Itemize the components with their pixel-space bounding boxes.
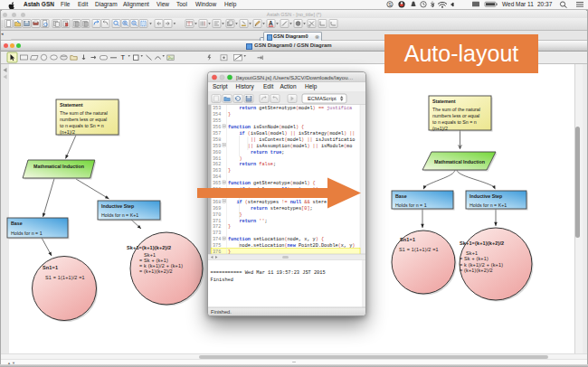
- svg-text:Sk+1: Sk+1: [466, 250, 478, 256]
- svg-text:setLocation: setLocation: [253, 237, 284, 242]
- svg-text:361: 361: [213, 156, 221, 162]
- svg-text:new: new: [288, 243, 297, 249]
- svg-text:{: {: [321, 237, 324, 242]
- svg-text:The sum of the natural: The sum of the natural: [432, 107, 480, 112]
- svg-text:History: History: [236, 83, 255, 90]
- svg-text:ECMAScript: ECMAScript: [308, 96, 337, 101]
- svg-text:Mathmatical Induction: Mathmatical Induction: [33, 164, 84, 169]
- svg-text:if: if: [240, 131, 245, 136]
- svg-text:justifica: justifica: [327, 106, 352, 111]
- svg-text:node: node: [288, 237, 299, 242]
- svg-text:isContext: isContext: [259, 137, 284, 143]
- svg-text:||: ||: [313, 144, 318, 149]
- svg-text:to n equals to Sn = n: to n equals to Sn = n: [432, 119, 477, 125]
- svg-text:model: model: [299, 106, 313, 111]
- svg-text:): ): [284, 131, 287, 136]
- svg-text:The sum of the natural: The sum of the natural: [60, 110, 108, 116]
- svg-text:}: }: [228, 112, 231, 118]
- svg-text:Holds for n = K+1: Holds for n = K+1: [469, 202, 507, 208]
- svg-text:357: 357: [213, 131, 221, 136]
- svg-text:model: model: [293, 144, 308, 149]
- svg-text:isModule: isModule: [321, 144, 344, 149]
- svg-text:;: ;: [273, 162, 276, 167]
- svg-text:S1 = 1(1+1)/2 =1: S1 = 1(1+1)/2 =1: [399, 247, 439, 252]
- svg-text:360: 360: [213, 150, 221, 155]
- svg-text:=========== Wed Mar 11 19:57:2: =========== Wed Mar 11 19:57:23 JST 2015: [211, 270, 326, 276]
- svg-text:getStereotype: getStereotype: [259, 106, 295, 111]
- svg-text:): ): [313, 106, 316, 111]
- svg-text:false: false: [259, 162, 273, 167]
- svg-text:): ): [296, 125, 299, 130]
- svg-text:): ): [316, 237, 318, 242]
- svg-text:373: 373: [213, 231, 221, 236]
- svg-text:Sk+1=(k+1)(k+2)/2: Sk+1=(k+1)(k+2)/2: [127, 245, 171, 250]
- svg-text:358: 358: [213, 137, 221, 143]
- svg-text:[layoutGSN.js] /Users/SJCV/Dow: [layoutGSN.js] /Users/SJCV/Downloads/lay…: [236, 74, 354, 80]
- svg-text:= k (k+1)/2 + (k+1): = k (k+1)/2 + (k+1): [460, 262, 503, 268]
- svg-text:}: }: [228, 224, 231, 230]
- svg-text:Edit: Edit: [263, 83, 273, 89]
- svg-text:,: ,: [344, 243, 346, 249]
- svg-text:Statement: Statement: [432, 99, 456, 104]
- svg-text:Mathmatical Induction: Mathmatical Induction: [434, 159, 485, 165]
- svg-text:362: 362: [213, 162, 221, 167]
- svg-text:T: T: [121, 53, 126, 61]
- svg-text:(n+1)/2: (n+1)/2: [60, 129, 75, 135]
- svg-text:356: 356: [213, 125, 221, 130]
- svg-text:mo: mo: [346, 144, 352, 149]
- svg-text:model: model: [288, 137, 302, 143]
- svg-text:||: ||: [349, 131, 355, 136]
- svg-text:Holds for n = 1: Holds for n = 1: [395, 202, 427, 208]
- svg-text:numbers less or equal: numbers less or equal: [432, 113, 479, 118]
- svg-text:Help: Help: [305, 83, 318, 90]
- svg-text:function: function: [228, 237, 251, 242]
- svg-text:isAssumption: isAssumption: [256, 144, 289, 149]
- svg-text:==: ==: [318, 106, 324, 111]
- svg-text:;: ;: [281, 150, 284, 155]
- svg-text:Point2D: Point2D: [299, 243, 318, 249]
- svg-text:Inductive Step: Inductive Step: [101, 203, 135, 209]
- svg-text:||: ||: [290, 131, 296, 136]
- svg-text:true: true: [270, 150, 281, 155]
- svg-text:return: return: [240, 219, 257, 224]
- svg-text:): ): [240, 156, 242, 162]
- svg-text:354: 354: [213, 112, 221, 118]
- svg-text:353: 353: [213, 106, 221, 111]
- svg-text:= k (k+1)/2 + (k+1): = k (k+1)/2 + (k+1): [139, 263, 183, 268]
- svg-text:function: function: [228, 125, 251, 130]
- svg-text:||: ||: [307, 137, 312, 143]
- svg-text:isJustificatio: isJustificatio: [316, 137, 356, 143]
- svg-text:Statement: Statement: [60, 102, 83, 108]
- svg-text:'': '': [259, 219, 264, 224]
- svg-text:,: ,: [307, 237, 309, 242]
- svg-text:return: return: [240, 162, 257, 167]
- svg-text:model: model: [281, 125, 296, 130]
- svg-text:;: ;: [265, 219, 268, 224]
- svg-text:return: return: [251, 150, 268, 155]
- svg-text:Action: Action: [280, 83, 297, 89]
- svg-text:A: A: [269, 20, 273, 26]
- svg-text:): ): [301, 137, 304, 143]
- svg-text:Finished.: Finished.: [211, 309, 232, 315]
- svg-text:): ): [307, 144, 309, 149]
- svg-text:): ): [344, 131, 346, 136]
- svg-text:model: model: [270, 131, 285, 136]
- svg-text:Base: Base: [11, 221, 23, 226]
- svg-text:372: 372: [213, 224, 221, 230]
- svg-text:isGoal: isGoal: [251, 131, 268, 136]
- svg-text:||: ||: [248, 144, 253, 149]
- svg-text:Sn1=1: Sn1=1: [400, 237, 415, 242]
- svg-text:.setLocation: .setLocation: [251, 243, 284, 249]
- svg-text:,: ,: [299, 237, 301, 242]
- svg-text:.Double: .Double: [318, 243, 338, 249]
- svg-text:Sn1=1: Sn1=1: [43, 265, 58, 270]
- svg-text:Script: Script: [213, 83, 228, 90]
- svg-text:Holds for n = K+1: Holds for n = K+1: [101, 212, 138, 218]
- svg-text:355: 355: [213, 118, 221, 124]
- svg-text:359: 359: [213, 144, 221, 149]
- svg-text:371: 371: [213, 219, 221, 224]
- svg-text:= (k+1)(k+2)/2: = (k+1)(k+2)/2: [139, 268, 173, 274]
- svg-text:Inductive Step: Inductive Step: [469, 193, 503, 199]
- svg-text:Base: Base: [395, 193, 407, 199]
- svg-text:= Sk + (k+1): = Sk + (k+1): [460, 256, 488, 261]
